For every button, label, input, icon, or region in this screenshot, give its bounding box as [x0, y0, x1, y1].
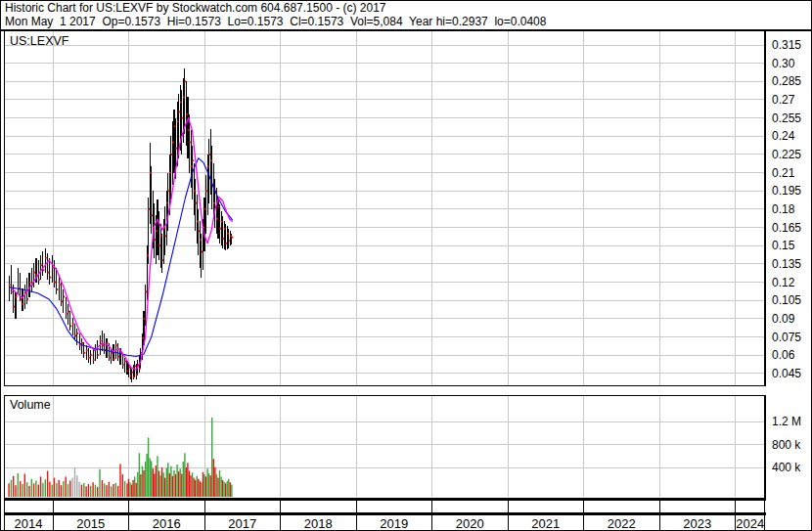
close-dot: [102, 344, 104, 346]
close-dot: [88, 357, 90, 359]
close-dot: [151, 214, 153, 216]
volume-pane-label: Volume: [10, 398, 51, 412]
volume-bar: [99, 469, 100, 497]
close-dot: [20, 298, 22, 300]
close-dot: [172, 142, 174, 144]
close-dot: [156, 230, 158, 232]
volume-bar: [228, 479, 229, 497]
volume-bar: [40, 476, 41, 497]
volume-bar: [20, 481, 21, 497]
close-dot: [100, 339, 102, 341]
close-dot: [177, 121, 179, 123]
price-tick-label: 0.12: [772, 276, 794, 289]
close-dot: [109, 357, 111, 359]
close-dot: [61, 301, 63, 303]
volume-bar: [31, 479, 32, 497]
close-dot: [52, 267, 54, 269]
volume-bar: [47, 471, 48, 498]
price-tick-label: 0.075: [772, 331, 801, 344]
close-dot: [192, 159, 194, 161]
volume-bar: [28, 486, 29, 497]
volume-bar: [78, 482, 79, 497]
close-dot: [133, 376, 135, 378]
close-dot: [142, 337, 144, 339]
volume-bar: [146, 454, 147, 497]
close-dot: [66, 313, 68, 315]
close-dot: [166, 202, 168, 204]
close-dot: [64, 296, 66, 298]
volume-bar: [203, 474, 204, 497]
volume-bar: [142, 466, 143, 497]
volume-bar: [92, 482, 93, 497]
volume-bar: [184, 453, 185, 497]
price-tick-label: 0.225: [772, 148, 801, 161]
volume-bar: [214, 467, 215, 497]
price-tick-label: 0.21: [772, 166, 794, 180]
volume-bar: [88, 484, 89, 497]
chart-canvas: [1, 1, 811, 530]
volume-bar: [154, 474, 155, 498]
volume-bar: [223, 482, 224, 497]
volume-bar: [205, 476, 206, 497]
year-label: 2016: [129, 516, 205, 531]
year-label: 2015: [53, 516, 129, 531]
close-dot: [139, 368, 141, 370]
volume-bar: [161, 467, 162, 497]
close-dot: [199, 230, 201, 232]
close-dot: [222, 238, 224, 240]
volume-bar: [170, 466, 171, 497]
close-dot: [136, 374, 138, 376]
volume-bar: [33, 483, 34, 497]
volume-bar: [81, 485, 82, 497]
close-dot: [148, 208, 150, 210]
volume-bar: [22, 484, 23, 497]
volume-bar: [206, 468, 207, 497]
volume-tick-label: 1.2 M: [772, 415, 801, 428]
close-dot: [59, 284, 61, 286]
price-tick-label: 0.18: [772, 202, 794, 216]
close-dot: [134, 366, 136, 368]
year-label: 2022: [584, 516, 660, 531]
volume-bar: [68, 484, 68, 497]
volume-bar: [38, 485, 39, 497]
close-dot: [174, 125, 176, 127]
year-label: 2017: [204, 516, 281, 531]
price-tick-label: 0.315: [772, 38, 801, 52]
close-dot: [9, 284, 11, 286]
close-dot: [86, 349, 88, 351]
volume-bar: [189, 471, 190, 498]
close-dot: [115, 344, 117, 346]
close-dot: [216, 218, 218, 220]
volume-bar: [151, 462, 152, 498]
volume-bar: [186, 467, 187, 497]
close-dot: [169, 172, 171, 174]
volume-bar: [180, 468, 181, 497]
close-dot: [29, 282, 31, 284]
close-dot: [131, 372, 133, 374]
volume-bar: [24, 474, 25, 498]
volume-bar: [131, 485, 132, 497]
volume-bar: [193, 478, 194, 497]
ma-fast-line: [11, 118, 232, 371]
stockwatch-chart-window: Historic Chart for US:LEXVF by Stockwatc…: [0, 0, 812, 531]
volume-bar: [52, 485, 53, 497]
volume-bar: [129, 482, 130, 497]
volume-bar: [158, 471, 159, 498]
close-dot: [45, 257, 47, 259]
volume-bar: [63, 481, 64, 497]
price-tick-label: 0.195: [772, 184, 801, 198]
volume-bar: [153, 468, 154, 497]
volume-bar: [54, 478, 55, 497]
volume-bar: [69, 481, 70, 498]
close-dot: [221, 221, 223, 223]
close-dot: [178, 111, 180, 113]
volume-bar: [45, 479, 46, 497]
year-label: 2018: [281, 516, 357, 531]
volume-bar: [227, 481, 228, 497]
volume-bar: [187, 463, 188, 497]
close-dot: [130, 376, 132, 377]
volume-bar: [59, 480, 60, 497]
close-dot: [72, 323, 74, 325]
close-dot: [81, 342, 83, 344]
close-dot: [213, 202, 215, 204]
